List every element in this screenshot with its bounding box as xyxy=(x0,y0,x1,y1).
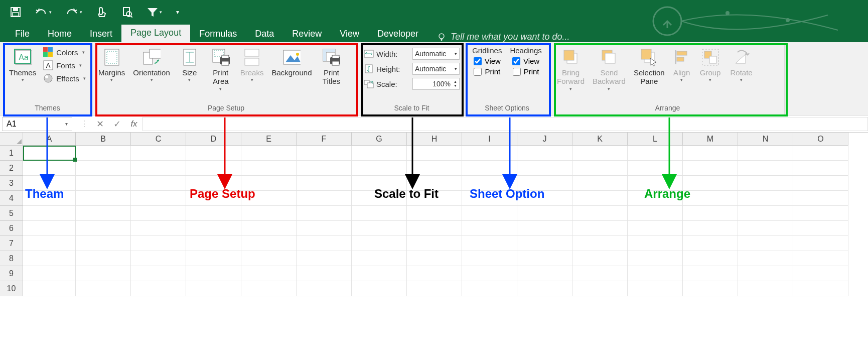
cell[interactable] xyxy=(793,176,848,191)
cell[interactable] xyxy=(738,236,793,251)
cell[interactable] xyxy=(297,206,352,221)
customize-qat-icon[interactable]: ▾ xyxy=(176,9,179,16)
tab-review[interactable]: Review xyxy=(283,26,331,42)
rotate-button[interactable]: Rotate▾ xyxy=(727,46,756,85)
column-header[interactable]: L xyxy=(628,133,683,146)
cell[interactable] xyxy=(186,161,241,176)
cell[interactable] xyxy=(407,266,462,281)
column-header[interactable]: H xyxy=(407,133,462,146)
cell[interactable] xyxy=(738,146,793,161)
cell[interactable] xyxy=(76,251,131,266)
print-area-button[interactable]: Print Area▾ xyxy=(206,46,235,93)
cell[interactable] xyxy=(572,146,628,161)
fonts-button[interactable]: A Fonts▾ xyxy=(41,59,88,71)
cell[interactable] xyxy=(76,176,131,191)
themes-button[interactable]: Aa Themes ▾ xyxy=(6,46,39,85)
cell[interactable] xyxy=(517,266,572,281)
cell[interactable] xyxy=(628,221,683,236)
cell[interactable] xyxy=(297,251,352,266)
cell[interactable] xyxy=(462,221,517,236)
cell[interactable] xyxy=(683,281,738,296)
cell[interactable] xyxy=(517,281,572,296)
cell[interactable] xyxy=(76,191,131,206)
cell[interactable] xyxy=(76,266,131,281)
cell[interactable] xyxy=(352,236,407,251)
cell[interactable] xyxy=(628,161,683,176)
row-header[interactable]: 4 xyxy=(0,191,23,206)
column-header[interactable]: B xyxy=(76,133,131,146)
cell[interactable] xyxy=(297,281,352,296)
cell[interactable] xyxy=(352,206,407,221)
column-header[interactable]: K xyxy=(572,133,628,146)
tab-insert[interactable]: Insert xyxy=(81,26,121,42)
cell[interactable] xyxy=(738,281,793,296)
cell[interactable] xyxy=(793,206,848,221)
selection-pane-button[interactable]: Selection Pane xyxy=(631,46,668,88)
row-header[interactable]: 2 xyxy=(0,161,23,176)
scale-field[interactable]: 100%▲▼ xyxy=(412,78,460,90)
cell[interactable] xyxy=(186,206,241,221)
cell[interactable] xyxy=(297,236,352,251)
cell[interactable] xyxy=(241,206,297,221)
column-header[interactable]: D xyxy=(186,133,241,146)
tab-page-layout[interactable]: Page Layout xyxy=(121,25,190,42)
cell[interactable] xyxy=(241,266,297,281)
cell[interactable] xyxy=(572,176,628,191)
cell[interactable] xyxy=(241,236,297,251)
cell[interactable] xyxy=(76,146,131,161)
cell[interactable] xyxy=(407,251,462,266)
cell[interactable] xyxy=(572,206,628,221)
headings-view-checkbox[interactable]: View xyxy=(512,57,539,65)
cell[interactable] xyxy=(76,281,131,296)
breaks-button[interactable]: Breaks▾ xyxy=(237,46,267,85)
cell[interactable] xyxy=(131,251,186,266)
print-titles-button[interactable]: Print Titles xyxy=(317,46,346,88)
redo-icon[interactable]: ▾ xyxy=(66,7,82,17)
cell[interactable] xyxy=(517,221,572,236)
cell[interactable] xyxy=(683,236,738,251)
cell[interactable] xyxy=(793,251,848,266)
cell[interactable] xyxy=(738,176,793,191)
height-field[interactable]: Automatic▾ xyxy=(412,63,460,75)
row-header[interactable]: 1 xyxy=(0,146,23,161)
cell[interactable] xyxy=(517,206,572,221)
cell[interactable] xyxy=(517,251,572,266)
align-button[interactable]: Align▾ xyxy=(670,46,694,85)
size-button[interactable]: Size▾ xyxy=(175,46,204,85)
cell[interactable] xyxy=(23,266,76,281)
cell[interactable] xyxy=(462,161,517,176)
cell[interactable] xyxy=(738,251,793,266)
cell[interactable] xyxy=(241,161,297,176)
tab-home[interactable]: Home xyxy=(39,26,81,42)
cell[interactable] xyxy=(23,236,76,251)
undo-icon[interactable]: ▾ xyxy=(35,7,52,17)
orientation-button[interactable]: Orientation▾ xyxy=(130,46,173,85)
cell[interactable] xyxy=(352,161,407,176)
gridlines-print-checkbox[interactable]: Print xyxy=(474,67,500,76)
cell[interactable] xyxy=(572,281,628,296)
column-header[interactable]: F xyxy=(297,133,352,146)
cell[interactable] xyxy=(738,206,793,221)
cell[interactable] xyxy=(628,146,683,161)
column-header[interactable]: I xyxy=(462,133,517,146)
cell[interactable] xyxy=(683,251,738,266)
cell[interactable] xyxy=(297,191,352,206)
cell[interactable] xyxy=(517,236,572,251)
filter-icon[interactable]: ▾ xyxy=(147,7,162,18)
cell[interactable] xyxy=(352,266,407,281)
cell[interactable] xyxy=(738,161,793,176)
cell[interactable] xyxy=(131,236,186,251)
cell[interactable] xyxy=(76,221,131,236)
cell[interactable] xyxy=(683,176,738,191)
row-header[interactable]: 7 xyxy=(0,236,23,251)
cell[interactable] xyxy=(352,221,407,236)
row-header[interactable]: 3 xyxy=(0,176,23,191)
width-field[interactable]: Automatic▾ xyxy=(412,48,460,60)
cell[interactable] xyxy=(407,236,462,251)
cell[interactable] xyxy=(793,281,848,296)
cell[interactable] xyxy=(407,281,462,296)
row-header[interactable]: 9 xyxy=(0,266,23,281)
cell[interactable] xyxy=(683,191,738,206)
margins-button[interactable]: Margins▾ xyxy=(95,46,128,85)
column-header[interactable]: G xyxy=(352,133,407,146)
